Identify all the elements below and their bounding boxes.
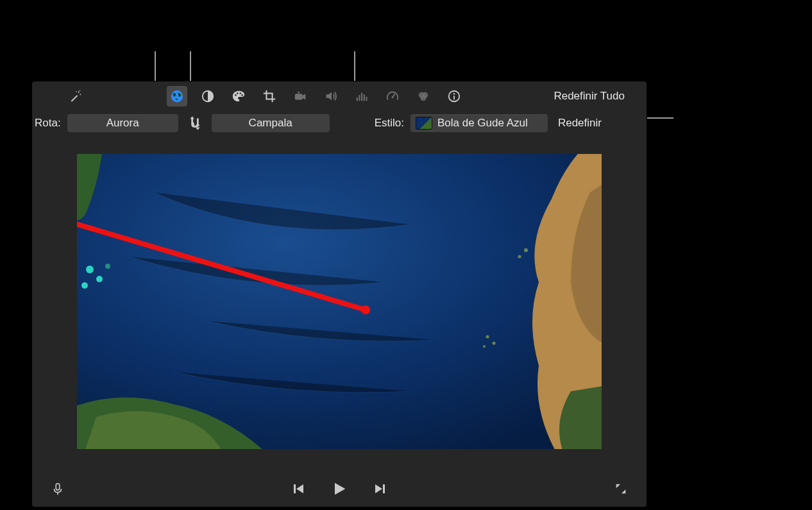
transport-controls [289,480,389,498]
wand-icon[interactable] [65,86,86,106]
eq-icon[interactable] [351,86,372,106]
style-value: Bola de Gude Azul [437,117,528,130]
svg-point-7 [237,92,239,94]
style-dropdown[interactable]: Bola de Gude Azul [410,114,548,132]
svg-point-28 [96,276,103,282]
svg-rect-15 [364,94,365,101]
svg-point-37 [361,305,370,314]
swap-route-button[interactable] [185,113,205,133]
svg-point-29 [81,282,88,289]
svg-point-0 [78,91,79,92]
svg-point-2 [76,90,76,91]
svg-rect-41 [383,484,385,493]
svg-point-35 [483,345,486,348]
svg-rect-40 [294,484,296,493]
route-end-value: Campala [249,117,292,130]
svg-point-3 [80,90,80,90]
svg-point-23 [453,93,455,95]
svg-point-4 [171,90,183,101]
globe-icon[interactable] [167,86,187,106]
previous-button[interactable] [289,480,307,498]
editor-panel: Redefinir Tudo Rota: Aurora Campala Esti… [32,81,647,507]
camera-icon[interactable] [290,86,310,106]
route-start-dropdown[interactable]: Aurora [67,114,178,132]
svg-point-27 [86,266,94,273]
svg-point-9 [241,94,243,96]
microphone-button[interactable] [49,480,67,498]
svg-rect-10 [295,94,303,99]
svg-rect-11 [298,91,300,93]
svg-point-18 [392,96,394,98]
reset-style-button[interactable]: Redefinir [554,117,605,130]
contrast-icon[interactable] [198,86,218,106]
svg-point-30 [105,264,110,269]
svg-point-31 [524,248,528,252]
style-label: Estilo: [375,117,404,130]
svg-point-6 [235,94,237,96]
svg-point-33 [486,336,489,339]
volume-icon[interactable] [321,86,341,106]
svg-rect-12 [357,97,358,101]
svg-rect-24 [453,96,455,99]
svg-rect-16 [366,96,367,100]
svg-point-1 [80,94,81,95]
fullscreen-button[interactable] [612,480,630,498]
svg-point-8 [239,92,241,94]
route-settings-row: Rota: Aurora Campala Estilo: Bola de Gud… [32,110,647,136]
reset-all-button[interactable]: Redefinir Tudo [554,90,625,103]
playback-bar [32,471,647,507]
info-icon[interactable] [444,86,464,106]
speed-icon[interactable] [382,86,403,106]
route-start-value: Aurora [106,117,139,130]
svg-point-21 [420,95,426,101]
style-thumbnail-icon [416,117,432,130]
svg-point-34 [493,342,496,345]
map-viewer[interactable] [77,154,602,449]
crop-icon[interactable] [259,86,280,106]
svg-rect-38 [56,484,60,490]
route-label: Rota: [35,117,61,130]
svg-rect-13 [359,95,360,101]
svg-rect-14 [361,92,362,101]
play-button[interactable] [330,480,348,498]
filters-icon[interactable] [413,86,434,106]
palette-icon[interactable] [228,86,249,106]
svg-point-32 [518,255,521,259]
next-button[interactable] [371,480,389,498]
adjustments-toolbar: Redefinir Tudo [32,81,647,110]
route-end-dropdown[interactable]: Campala [212,114,330,132]
